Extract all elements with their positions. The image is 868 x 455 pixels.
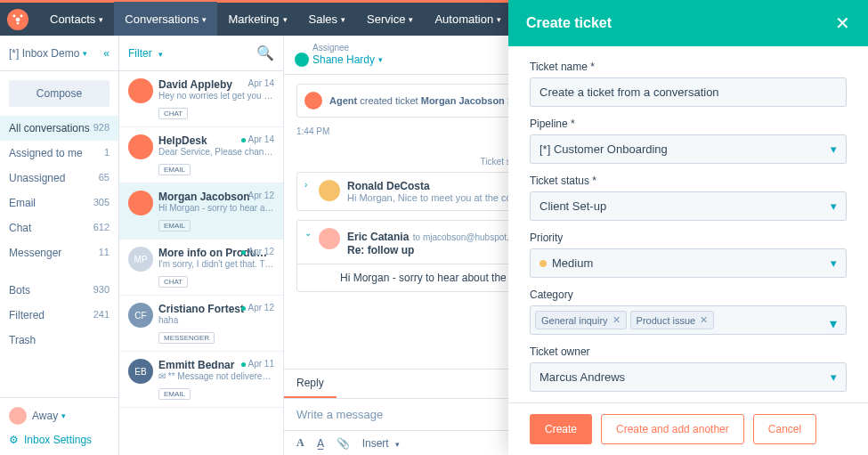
inbox-selector[interactable]: [*] Inbox Demo▾ «: [0, 36, 118, 71]
conversation-item[interactable]: CFCristiano FortesthahaApr 12MESSENGER: [119, 296, 283, 352]
category-chip[interactable]: General inquiry✕: [535, 311, 627, 329]
field-label: Priority: [530, 232, 847, 244]
field-label: Ticket name *: [530, 61, 847, 73]
collapse-icon[interactable]: ⌄: [304, 228, 313, 238]
sidebar-item-trash[interactable]: Trash: [0, 328, 118, 353]
remove-chip-icon[interactable]: ✕: [700, 314, 708, 326]
cancel-button[interactable]: Cancel: [753, 414, 816, 444]
nav-service[interactable]: Service▾: [356, 2, 424, 37]
expand-icon[interactable]: ›: [304, 180, 313, 190]
ticket-name-input[interactable]: [530, 77, 847, 107]
conversation-item[interactable]: David ApplebyHey no worries let get you …: [119, 71, 283, 127]
nav-contacts[interactable]: Contacts▾: [39, 2, 114, 37]
collapse-icon[interactable]: «: [103, 47, 110, 60]
gear-icon: ⚙: [9, 434, 19, 446]
category-chip[interactable]: Product issue✕: [630, 311, 715, 329]
conversation-item[interactable]: HelpDeskDear Service, Please change your…: [119, 127, 283, 183]
status-select[interactable]: Client Set-up: [530, 191, 847, 221]
avatar: [319, 180, 340, 201]
avatar: [9, 407, 27, 425]
compose-button[interactable]: Compose: [9, 80, 110, 107]
svg-point-2: [17, 21, 20, 24]
sidebar-item-all-conversations[interactable]: All conversations928: [0, 116, 118, 141]
avatar: [295, 53, 309, 67]
conversation-item[interactable]: EBEmmitt Bednar✉ ** Message not delivere…: [119, 352, 283, 408]
presence-status[interactable]: Away▾: [9, 407, 110, 425]
search-icon[interactable]: 🔍: [256, 45, 274, 61]
field-label: Ticket owner: [530, 345, 847, 358]
create-ticket-panel: Create ticket ✕ Ticket name * Pipeline *…: [508, 0, 868, 455]
field-label: Category: [530, 288, 847, 301]
create-another-button[interactable]: Create and add another: [601, 414, 744, 444]
sidebar-item-email[interactable]: Email305: [0, 191, 118, 215]
nav-automation[interactable]: Automation▾: [424, 2, 512, 37]
conversation-item[interactable]: Morgan JacobsonHi Morgan - sorry to hear…: [119, 183, 283, 240]
close-icon[interactable]: ✕: [835, 12, 850, 34]
conversation-list: Filter ▾ 🔍 David ApplebyHey no worries l…: [119, 36, 284, 455]
svg-point-1: [20, 14, 23, 17]
sidebar-item-filtered[interactable]: Filtered241: [0, 303, 118, 328]
tab-reply[interactable]: Reply: [284, 370, 337, 398]
field-label: Pipeline *: [530, 118, 847, 130]
agent-icon: [304, 92, 322, 110]
insert-dropdown[interactable]: Insert ▾: [362, 437, 400, 450]
nav-marketing[interactable]: Marketing▾: [217, 2, 297, 37]
nav-conversations[interactable]: Conversations▾: [114, 2, 217, 37]
svg-point-0: [12, 14, 15, 17]
priority-select[interactable]: Medium: [530, 248, 847, 278]
inbox-settings-link[interactable]: ⚙ Inbox Settings: [9, 434, 110, 446]
attachment-icon[interactable]: 📎: [337, 437, 350, 450]
remove-chip-icon[interactable]: ✕: [612, 314, 621, 326]
sidebar: [*] Inbox Demo▾ « Compose All conversati…: [0, 36, 119, 455]
priority-dot-icon: [539, 260, 547, 267]
svg-point-3: [16, 17, 20, 21]
pipeline-select[interactable]: [*] Customer Onboarding: [530, 134, 847, 164]
panel-title: Create ticket: [526, 15, 612, 31]
field-label: Ticket status *: [530, 175, 847, 187]
conversation-item[interactable]: MPMore info on Produ…I'm sorry, I didn't…: [119, 240, 283, 296]
sidebar-item-messenger[interactable]: Messenger11: [0, 240, 118, 265]
hubspot-logo[interactable]: [7, 9, 28, 30]
sidebar-item-unassigned[interactable]: Unassigned65: [0, 166, 118, 191]
avatar: [319, 228, 340, 249]
sidebar-item-bots[interactable]: Bots930: [0, 278, 118, 303]
owner-select[interactable]: Marcus Andrews: [530, 362, 847, 392]
nav-sales[interactable]: Sales▾: [298, 2, 357, 37]
filter-dropdown[interactable]: Filter ▾: [128, 47, 163, 60]
sidebar-item-assigned-to-me[interactable]: Assigned to me1: [0, 141, 118, 166]
create-button[interactable]: Create: [530, 414, 592, 444]
category-select[interactable]: General inquiry✕Product issue✕: [530, 305, 847, 335]
font-tool[interactable]: A: [296, 436, 304, 450]
text-color-tool[interactable]: A̲: [317, 437, 324, 450]
sidebar-item-chat[interactable]: Chat612: [0, 215, 118, 240]
